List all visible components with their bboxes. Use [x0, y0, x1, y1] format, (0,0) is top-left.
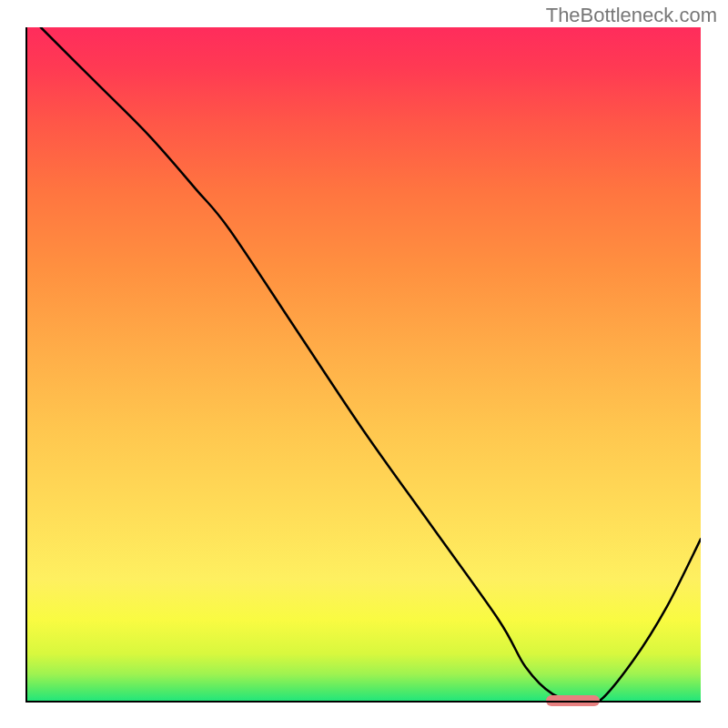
x-axis: [27, 701, 701, 703]
y-axis: [25, 27, 27, 703]
watermark-text: TheBottleneck.com: [546, 4, 717, 27]
gradient-background: [27, 27, 701, 701]
plot-area: [27, 27, 701, 701]
